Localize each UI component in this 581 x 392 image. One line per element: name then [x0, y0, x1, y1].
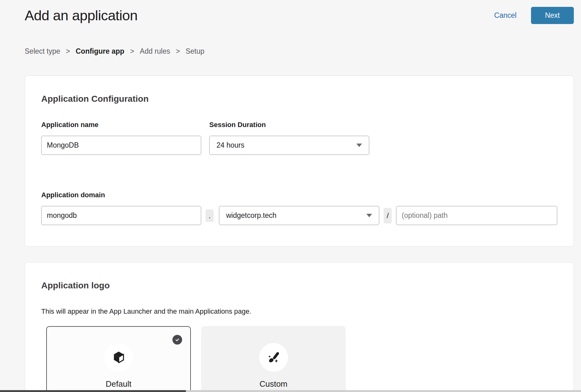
cancel-button[interactable]: Cancel	[494, 11, 517, 20]
custom-option-label: Custom	[202, 379, 345, 389]
subdomain-input[interactable]	[41, 206, 201, 225]
add-application-page: Add an application Cancel Next Select ty…	[0, 0, 581, 392]
logo-card-heading: Application logo	[41, 281, 557, 291]
step-setup[interactable]: Setup	[186, 47, 204, 56]
wizard-steps: Select type > Configure app > Add rules …	[25, 47, 574, 56]
dot-separator: .	[206, 209, 214, 222]
step-select-type[interactable]: Select type	[25, 47, 60, 56]
chevron-down-icon	[366, 214, 372, 217]
paintbrush-sparkles-icon	[266, 350, 281, 365]
application-domain-label: Application domain	[41, 191, 557, 199]
name-duration-row: Application name Session Duration 24 hou…	[41, 121, 557, 155]
page-header: Add an application Cancel Next	[25, 0, 574, 24]
cube-icon	[112, 350, 126, 365]
page-title: Add an application	[25, 7, 494, 24]
domain-select-value: widgetcorp.tech	[226, 211, 366, 220]
step-separator-icon: >	[66, 47, 70, 56]
domain-select[interactable]: widgetcorp.tech	[219, 206, 379, 225]
application-name-label: Application name	[41, 121, 201, 129]
step-configure-app[interactable]: Configure app	[76, 47, 124, 56]
path-input[interactable]	[396, 206, 557, 225]
logo-option-custom[interactable]: Custom	[201, 326, 346, 392]
logo-card-description: This will appear in the App Launcher and…	[41, 307, 557, 316]
application-domain-row: . widgetcorp.tech /	[41, 206, 557, 225]
application-configuration-card: Application Configuration Application na…	[25, 76, 574, 247]
session-duration-select[interactable]: 24 hours	[209, 136, 369, 155]
application-name-input[interactable]	[41, 136, 201, 155]
session-duration-label: Session Duration	[209, 121, 369, 129]
configuration-card-heading: Application Configuration	[41, 94, 557, 104]
selected-check-icon	[172, 335, 182, 345]
step-add-rules[interactable]: Add rules	[140, 47, 170, 56]
progress-bar[interactable]	[0, 390, 581, 392]
application-domain-field-group: Application domain . widgetcorp.tech /	[41, 191, 557, 225]
session-duration-field-group: Session Duration 24 hours	[209, 121, 369, 155]
progress-bar-fill	[0, 390, 186, 392]
default-logo-circle	[104, 343, 133, 372]
default-option-label: Default	[47, 379, 190, 389]
slash-separator: /	[384, 208, 392, 223]
custom-logo-circle	[259, 343, 288, 372]
chevron-down-icon	[356, 144, 362, 147]
step-separator-icon: >	[176, 47, 180, 56]
logo-option-default[interactable]: Default	[46, 326, 191, 392]
step-separator-icon: >	[130, 47, 134, 56]
application-logo-card: Application logo This will appear in the…	[25, 262, 574, 392]
session-duration-value: 24 hours	[216, 141, 356, 149]
application-name-field-group: Application name	[41, 121, 201, 155]
logo-options-row: Default Custom	[41, 326, 557, 392]
next-button[interactable]: Next	[531, 7, 574, 24]
